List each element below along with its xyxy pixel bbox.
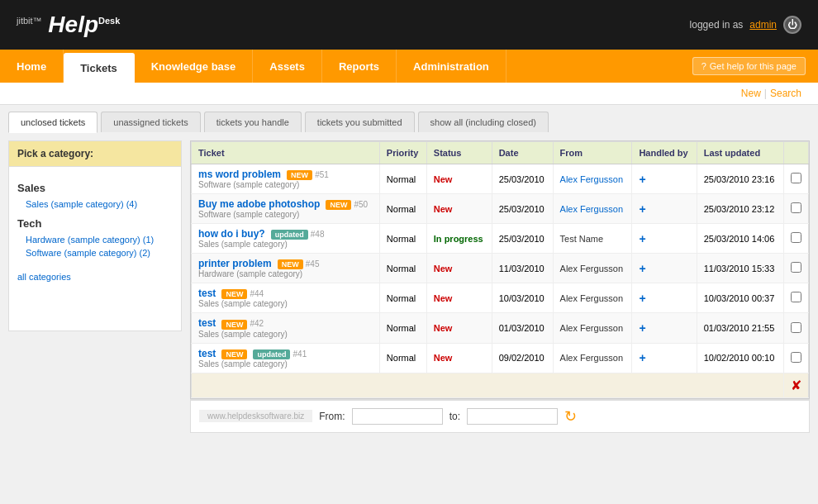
table-row: ms word problem NEW #51 Software (sample… xyxy=(192,164,809,194)
tab-all[interactable]: show all (including closed) xyxy=(418,112,549,132)
footer-delete-cell: ✘ xyxy=(784,373,809,397)
add-handler-link[interactable]: + xyxy=(639,262,645,275)
ticket-num: #45 xyxy=(306,259,320,269)
from-link[interactable]: Alex Fergusson xyxy=(560,204,623,214)
col-handled[interactable]: Handled by xyxy=(632,142,697,164)
row-checkbox[interactable] xyxy=(791,202,801,213)
badge-new: NEW xyxy=(287,170,312,180)
tab-unassigned[interactable]: unassigned tickets xyxy=(101,112,201,132)
col-priority[interactable]: Priority xyxy=(379,142,426,164)
row-checkbox[interactable] xyxy=(791,262,801,273)
nav-home[interactable]: Home xyxy=(0,50,64,83)
nav-tickets[interactable]: Tickets xyxy=(64,53,135,83)
header-user-info: logged in as admin ⏻ xyxy=(690,16,801,34)
table-row: printer problem NEW #45 Hardware (sample… xyxy=(192,254,809,283)
add-handler-link[interactable]: + xyxy=(639,321,645,335)
priority-cell: Normal xyxy=(379,283,426,313)
sidebar-section-tech: Tech xyxy=(17,217,173,230)
status-badge: New xyxy=(434,323,453,333)
status-cell: New xyxy=(426,283,492,313)
add-handler-link[interactable]: + xyxy=(639,351,645,364)
ticket-title-link[interactable]: ms word problem xyxy=(198,169,281,180)
col-date[interactable]: Date xyxy=(492,142,553,164)
status-badge: New xyxy=(434,264,453,273)
date-cell: 25/03/2010 xyxy=(492,164,553,194)
status-cell: In progress xyxy=(426,224,492,254)
col-from[interactable]: From xyxy=(553,142,632,164)
logo-text: Help xyxy=(48,12,98,37)
ticket-title-link[interactable]: test xyxy=(198,317,216,329)
row-checkbox[interactable] xyxy=(791,352,801,363)
ticket-title-link[interactable]: printer problem xyxy=(198,258,272,269)
sidebar-link-software[interactable]: Software (sample category) (2) xyxy=(17,246,173,259)
ticket-sub: Software (sample category) xyxy=(198,210,373,219)
table-row: Buy me adobe photoshop NEW #50 Software … xyxy=(192,194,809,224)
badge-updated: updated xyxy=(271,230,308,240)
col-last-updated[interactable]: Last updated xyxy=(697,142,783,164)
last-updated-cell: 25/03/2010 23:12 xyxy=(697,194,783,224)
from-cell: Alex Fergusson xyxy=(553,164,632,194)
table-row: test NEW #42 Sales (sample category) Nor… xyxy=(192,313,809,343)
checkbox-cell xyxy=(784,194,809,224)
to-date-input[interactable] xyxy=(467,408,558,425)
ticket-num: #50 xyxy=(354,200,368,209)
sidebar-link-sales-sample[interactable]: Sales (sample category) (4) xyxy=(17,197,173,211)
ticket-sub: Sales (sample category) xyxy=(198,299,373,308)
from-name: Alex Fergusson xyxy=(560,264,623,273)
watermark: www.helpdesksoftware.biz xyxy=(199,410,312,422)
add-handler-link[interactable]: + xyxy=(639,202,645,216)
tab-unclosed[interactable]: unclosed tickets xyxy=(8,112,97,133)
checkbox-cell xyxy=(784,313,809,343)
ticket-title-link[interactable]: how do i buy? xyxy=(198,228,265,240)
checkbox-cell xyxy=(784,283,809,313)
priority-cell: Normal xyxy=(379,224,426,254)
from-cell: Alex Fergusson xyxy=(553,254,632,283)
logged-in-label: logged in as xyxy=(690,19,744,31)
row-checkbox[interactable] xyxy=(791,322,801,333)
col-status[interactable]: Status xyxy=(426,142,492,164)
from-date-input[interactable] xyxy=(352,408,443,425)
nav-reports[interactable]: Reports xyxy=(322,50,397,83)
sidebar-all-categories[interactable]: all categories xyxy=(17,272,173,282)
col-ticket[interactable]: Ticket xyxy=(192,142,380,164)
add-handler-link[interactable]: + xyxy=(639,292,645,305)
new-ticket-link[interactable]: New xyxy=(741,88,761,99)
tab-handle[interactable]: tickets you handle xyxy=(204,112,302,132)
from-link[interactable]: Alex Fergusson xyxy=(560,174,623,184)
ticket-cell: how do i buy? updated #48 Sales (sample … xyxy=(192,224,380,254)
date-cell: 11/03/2010 xyxy=(492,254,553,283)
admin-link[interactable]: admin xyxy=(749,19,777,31)
nav-assets[interactable]: Assets xyxy=(253,50,322,83)
handled-cell: + xyxy=(632,164,697,194)
ticket-cell: test NEW #42 Sales (sample category) xyxy=(192,313,380,343)
last-updated-cell: 25/03/2010 23:16 xyxy=(697,164,783,194)
row-checkbox[interactable] xyxy=(791,292,801,302)
delete-icon[interactable]: ✘ xyxy=(791,378,801,392)
sub-header: New | Search xyxy=(0,83,818,105)
ticket-title-link[interactable]: test xyxy=(198,348,216,359)
table-row: test NEW updated #41 Sales (sample categ… xyxy=(192,343,809,373)
tab-submitted[interactable]: tickets you submitted xyxy=(305,112,415,132)
badge-updated: updated xyxy=(253,349,290,359)
search-link[interactable]: Search xyxy=(770,88,801,99)
status-badge: In progress xyxy=(434,234,483,244)
from-name: Alex Fergusson xyxy=(560,293,623,303)
sidebar-link-hardware[interactable]: Hardware (sample category) (1) xyxy=(17,233,173,246)
ticket-cell: Buy me adobe photoshop NEW #50 Software … xyxy=(192,194,380,224)
status-cell: New xyxy=(426,343,492,373)
help-button[interactable]: ? Get help for this page xyxy=(692,57,806,75)
power-icon[interactable]: ⏻ xyxy=(783,16,801,34)
badge-new: NEW xyxy=(326,200,351,210)
handled-cell: + xyxy=(632,343,697,373)
logo-prefix: jitbit™ xyxy=(17,16,42,26)
add-handler-link[interactable]: + xyxy=(639,173,645,186)
ticket-title-link[interactable]: Buy me adobe photoshop xyxy=(198,198,320,210)
nav-administration[interactable]: Administration xyxy=(397,50,506,83)
add-handler-link[interactable]: + xyxy=(639,232,645,245)
row-checkbox[interactable] xyxy=(791,232,801,243)
refresh-button[interactable]: ↻ xyxy=(564,407,577,426)
ticket-title-link[interactable]: test xyxy=(198,288,216,299)
nav-knowledge-base[interactable]: Knowledge base xyxy=(135,50,254,83)
row-checkbox[interactable] xyxy=(791,173,801,183)
handled-cell: + xyxy=(632,224,697,254)
